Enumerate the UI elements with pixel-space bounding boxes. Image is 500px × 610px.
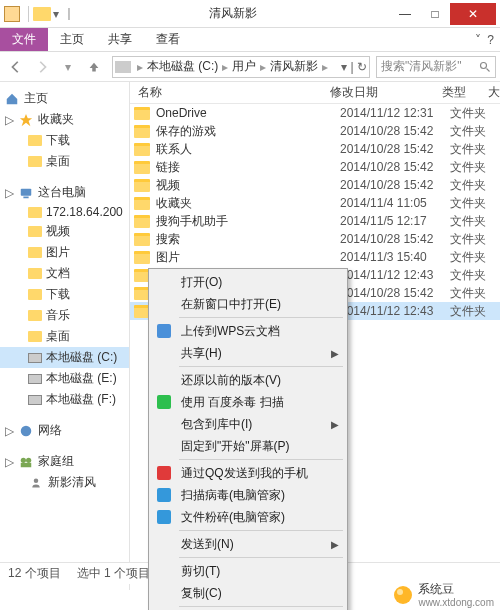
sidebar-pc-item[interactable]: 本地磁盘 (F:) — [0, 389, 129, 410]
col-date[interactable]: 修改日期 — [322, 84, 434, 101]
search-input[interactable]: 搜索"清风新影" — [376, 56, 496, 78]
context-menu-item[interactable]: 复制(C) — [151, 582, 345, 604]
tab-view[interactable]: 查看 — [144, 28, 192, 51]
minimize-button[interactable]: — — [390, 3, 420, 25]
crumb-current[interactable]: 清风新影 — [268, 58, 320, 75]
sidebar-pc-item[interactable]: 音乐 — [0, 305, 129, 326]
submenu-arrow-icon: ▶ — [331, 539, 339, 550]
sidebar-this-pc[interactable]: ▷这台电脑 — [0, 182, 129, 203]
svg-point-4 — [21, 457, 26, 462]
app-icon — [4, 6, 20, 22]
file-row[interactable]: OneDrive2014/11/12 12:31文件夹 — [130, 104, 500, 122]
column-header[interactable]: 名称 修改日期 类型 大 — [130, 82, 500, 104]
svg-point-0 — [481, 62, 487, 68]
context-menu-item[interactable]: 上传到WPS云文档 — [151, 320, 345, 342]
search-icon — [479, 61, 491, 73]
tab-share[interactable]: 共享 — [96, 28, 144, 51]
help-button[interactable]: ? — [487, 33, 494, 47]
svg-rect-6 — [21, 462, 32, 466]
sidebar-pc-item[interactable]: 视频 — [0, 221, 129, 242]
context-menu-item[interactable]: 通过QQ发送到我的手机 — [151, 462, 345, 484]
tab-home[interactable]: 主页 — [48, 28, 96, 51]
up-button[interactable] — [82, 55, 106, 79]
sidebar-pc-item[interactable]: 172.18.64.200 — [0, 203, 129, 221]
col-name[interactable]: 名称 — [130, 84, 322, 101]
context-menu-item[interactable]: 剪切(T) — [151, 560, 345, 582]
context-menu-item[interactable]: 打开(O) — [151, 271, 345, 293]
sidebar-pc-item[interactable]: 桌面 — [0, 326, 129, 347]
watermark-name: 系统豆 — [418, 582, 454, 596]
folder-icon — [134, 233, 150, 246]
folder-icon — [134, 179, 150, 192]
crumb-users[interactable]: 用户 — [230, 58, 258, 75]
col-size[interactable]: 大 — [480, 84, 500, 101]
svg-rect-12 — [157, 510, 171, 524]
context-menu-item[interactable]: 包含到库中(I)▶ — [151, 413, 345, 435]
status-selection: 选中 1 个项目 — [77, 565, 150, 582]
maximize-button[interactable]: □ — [420, 3, 450, 25]
folder-icon — [28, 226, 42, 237]
sidebar: 主页 ▷收藏夹 下载桌面 ▷这台电脑 172.18.64.200视频图片文档下载… — [0, 82, 130, 590]
svg-rect-11 — [157, 488, 171, 502]
folder-icon — [28, 135, 42, 146]
file-row[interactable]: 联系人2014/10/28 15:42文件夹 — [130, 140, 500, 158]
watermark: 系统豆 www.xtdong.com — [394, 581, 494, 608]
address-bar[interactable]: ▸ 本地磁盘 (C:) ▸ 用户 ▸ 清风新影 ▸ ▾ | ↻ — [112, 56, 370, 78]
close-button[interactable]: ✕ — [450, 3, 496, 25]
drive-icon — [28, 395, 42, 405]
title-bar: ▾ ｜ 清风新影 — □ ✕ — [0, 0, 500, 28]
tab-file[interactable]: 文件 — [0, 28, 48, 51]
file-row[interactable]: 图片2014/11/3 15:40文件夹 — [130, 248, 500, 266]
window-title: 清风新影 — [75, 5, 390, 22]
sidebar-fav-item[interactable]: 下载 — [0, 130, 129, 151]
submenu-arrow-icon: ▶ — [331, 419, 339, 430]
sidebar-homegroup-user[interactable]: 新影清风 — [0, 472, 129, 493]
context-menu: 打开(O)在新窗口中打开(E)上传到WPS云文档共享(H)▶还原以前的版本(V)… — [148, 268, 348, 610]
crumb-root[interactable]: 本地磁盘 (C:) — [145, 58, 220, 75]
sidebar-pc-item[interactable]: 下载 — [0, 284, 129, 305]
folder-icon — [33, 7, 51, 21]
svg-rect-8 — [157, 324, 171, 338]
folder-icon — [134, 215, 150, 228]
sidebar-pc-item[interactable]: 文档 — [0, 263, 129, 284]
drive-icon — [115, 61, 131, 73]
folder-icon — [28, 156, 42, 167]
context-menu-item[interactable]: 扫描病毒(电脑管家) — [151, 484, 345, 506]
context-menu-item[interactable]: 共享(H)▶ — [151, 342, 345, 364]
forward-button[interactable] — [30, 55, 54, 79]
context-menu-item[interactable]: 固定到"开始"屏幕(P) — [151, 435, 345, 457]
folder-icon — [28, 310, 42, 321]
file-row[interactable]: 保存的游戏2014/10/28 15:42文件夹 — [130, 122, 500, 140]
file-row[interactable]: 链接2014/10/28 15:42文件夹 — [130, 158, 500, 176]
folder-icon — [134, 251, 150, 264]
menu-item-icon — [155, 508, 173, 526]
folder-icon — [28, 331, 42, 342]
context-menu-item[interactable]: 发送到(N)▶ — [151, 533, 345, 555]
folder-icon — [134, 125, 150, 138]
watermark-url: www.xtdong.com — [418, 598, 494, 608]
sidebar-pc-item[interactable]: 图片 — [0, 242, 129, 263]
file-row[interactable]: 搜狗手机助手2014/11/5 12:17文件夹 — [130, 212, 500, 230]
ribbon-expand-icon[interactable]: ˅ — [475, 33, 481, 47]
col-type[interactable]: 类型 — [434, 84, 480, 101]
context-menu-item[interactable]: 文件粉碎(电脑管家) — [151, 506, 345, 528]
file-row[interactable]: 搜索2014/10/28 15:42文件夹 — [130, 230, 500, 248]
context-menu-item[interactable]: 使用 百度杀毒 扫描 — [151, 391, 345, 413]
folder-icon — [134, 197, 150, 210]
sidebar-favorites[interactable]: ▷收藏夹 — [0, 109, 129, 130]
svg-point-7 — [34, 478, 39, 483]
folder-icon — [28, 268, 42, 279]
sidebar-pc-item[interactable]: 本地磁盘 (C:) — [0, 347, 129, 368]
context-menu-item[interactable]: 在新窗口中打开(E) — [151, 293, 345, 315]
sidebar-network[interactable]: ▷网络 — [0, 420, 129, 441]
watermark-logo — [394, 586, 412, 604]
sidebar-pc-item[interactable]: 本地磁盘 (E:) — [0, 368, 129, 389]
sidebar-homegroup[interactable]: ▷家庭组 — [0, 451, 129, 472]
recent-dropdown[interactable]: ▾ — [56, 55, 80, 79]
file-row[interactable]: 视频2014/10/28 15:42文件夹 — [130, 176, 500, 194]
file-row[interactable]: 收藏夹2014/11/4 11:05文件夹 — [130, 194, 500, 212]
sidebar-main[interactable]: 主页 — [0, 88, 129, 109]
context-menu-item[interactable]: 还原以前的版本(V) — [151, 369, 345, 391]
back-button[interactable] — [4, 55, 28, 79]
sidebar-fav-item[interactable]: 桌面 — [0, 151, 129, 172]
